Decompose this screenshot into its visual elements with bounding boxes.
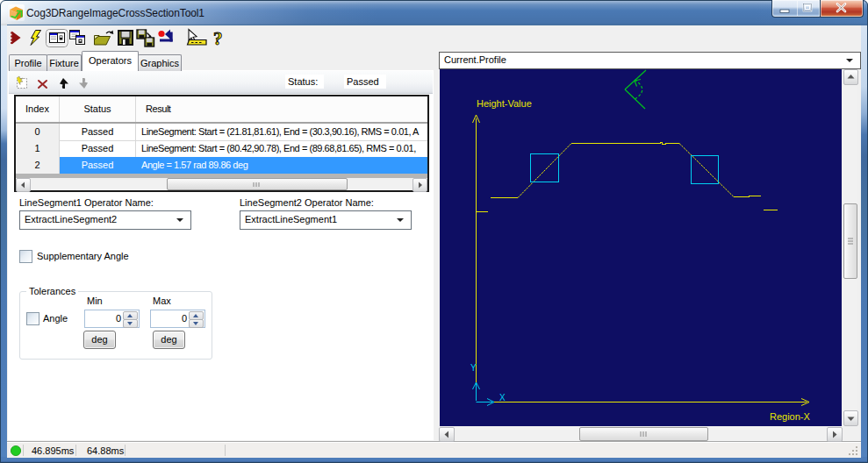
svg-text:Y: Y bbox=[470, 363, 477, 373]
svg-text:X: X bbox=[499, 393, 506, 402]
svg-text:Height-Value: Height-Value bbox=[477, 98, 532, 109]
svg-text:Region-X: Region-X bbox=[770, 411, 811, 422]
svg-text:?: ? bbox=[213, 28, 223, 49]
